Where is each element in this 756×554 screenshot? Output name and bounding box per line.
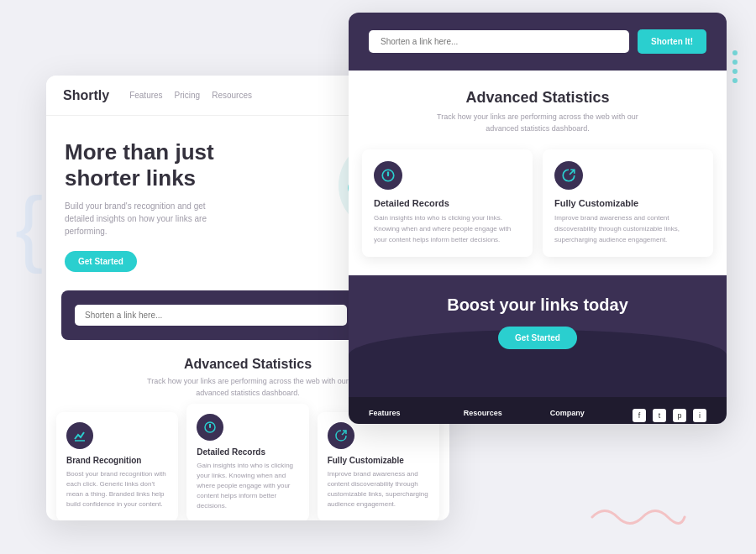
- sec-card-records-title: Detailed Records: [374, 198, 521, 208]
- sec-shorten-input[interactable]: [369, 30, 629, 53]
- sec-card-records-text: Gain insights into who is clicking your …: [374, 213, 521, 245]
- adv-stats-subtitle: Track how your links are performing acro…: [143, 376, 353, 399]
- footer-resources-title: Resources: [464, 409, 502, 417]
- stat-card-custom-text: Improve brand awareness and content disc…: [328, 469, 429, 510]
- footer-company-title: Company: [550, 409, 585, 417]
- footer-social-icons: f t p i: [633, 409, 706, 422]
- sec-boost-title: Boost your links today: [369, 295, 706, 315]
- stat-card-brand: Brand Recognition Boost your brand recog…: [56, 412, 178, 520]
- stat-card-records-text: Gain insights into who is clicking your …: [197, 461, 298, 511]
- stat-card-records: Detailed Records Gain insights into who …: [186, 404, 308, 520]
- stat-card-custom-title: Fully Customizable: [328, 456, 429, 465]
- sec-card-custom-text: Improve brand awareness and content disc…: [554, 213, 701, 245]
- squiggle-decoration: [588, 500, 689, 529]
- hero-subtitle: Build your brand's recognition and get d…: [65, 200, 216, 238]
- sec-custom-icon: [554, 161, 583, 190]
- footer-link-blog[interactable]: Blog: [464, 422, 502, 424]
- footer-col-features: Features Link Shortening Branded Links A…: [369, 409, 416, 424]
- footer-col-company: Company About Our Team Careers Contact: [550, 409, 585, 424]
- bg-bracket-decoration: {: [15, 185, 43, 269]
- hero-cta-button[interactable]: Get Started: [65, 251, 137, 272]
- stat-card-custom: Fully Customizable Improve brand awarene…: [318, 412, 439, 520]
- sec-stats-cards: Detailed Records Gain insights into who …: [349, 149, 727, 257]
- sec-shorten-bar: Shorten It!: [349, 13, 727, 71]
- hero-text: More than just shorter links Build your …: [65, 139, 297, 272]
- sec-footer: Features Link Shortening Branded Links A…: [349, 397, 727, 424]
- footer-col-resources: Resources Blog Developers Support: [464, 409, 502, 424]
- social-facebook-icon[interactable]: f: [633, 409, 646, 422]
- sec-boost-section: Boost your links today Get Started: [349, 275, 727, 397]
- stat-card-brand-title: Brand Recognition: [66, 456, 168, 465]
- nav-link-resources[interactable]: Resources: [212, 91, 252, 100]
- sec-card-custom: Fully Customizable Improve brand awarene…: [543, 149, 713, 257]
- brand-icon: [66, 422, 93, 449]
- sec-records-icon: [374, 161, 402, 190]
- nav-logo: Shortly: [63, 88, 109, 103]
- shorten-input[interactable]: [75, 305, 347, 326]
- sec-shorten-button[interactable]: Shorten It!: [638, 29, 706, 54]
- nav-link-features[interactable]: Features: [129, 91, 162, 100]
- custom-icon: [328, 422, 354, 449]
- footer-features-title: Features: [369, 409, 416, 417]
- sec-adv-title: Advanced Statistics: [369, 89, 706, 107]
- sec-adv-stats: Advanced Statistics Track how your links…: [349, 71, 727, 134]
- records-icon: [197, 414, 223, 441]
- sec-card-custom-title: Fully Customizable: [554, 198, 701, 208]
- hero-title: More than just shorter links: [65, 139, 288, 191]
- stat-card-brand-text: Boost your brand recognition with each c…: [66, 469, 168, 510]
- nav-link-pricing[interactable]: Pricing: [175, 91, 201, 100]
- stat-card-records-title: Detailed Records: [197, 447, 298, 457]
- social-instagram-icon[interactable]: i: [693, 409, 706, 422]
- nav-links: Features Pricing Resources: [129, 91, 352, 100]
- stats-cards: Brand Recognition Boost your brand recog…: [46, 412, 449, 520]
- sec-adv-subtitle: Track how your links are performing acro…: [437, 112, 638, 134]
- footer-link-about[interactable]: About: [550, 422, 585, 424]
- sec-boost-cta-button[interactable]: Get Started: [498, 327, 577, 349]
- sec-card-records: Detailed Records Gain insights into who …: [362, 149, 533, 257]
- footer-link-shortening[interactable]: Link Shortening: [369, 422, 416, 424]
- social-twitter-icon[interactable]: t: [653, 409, 666, 422]
- svg-point-19: [387, 175, 389, 176]
- svg-point-15: [209, 426, 211, 428]
- secondary-card: Shorten It! Advanced Statistics Track ho…: [349, 13, 727, 424]
- social-pinterest-icon[interactable]: p: [673, 409, 686, 422]
